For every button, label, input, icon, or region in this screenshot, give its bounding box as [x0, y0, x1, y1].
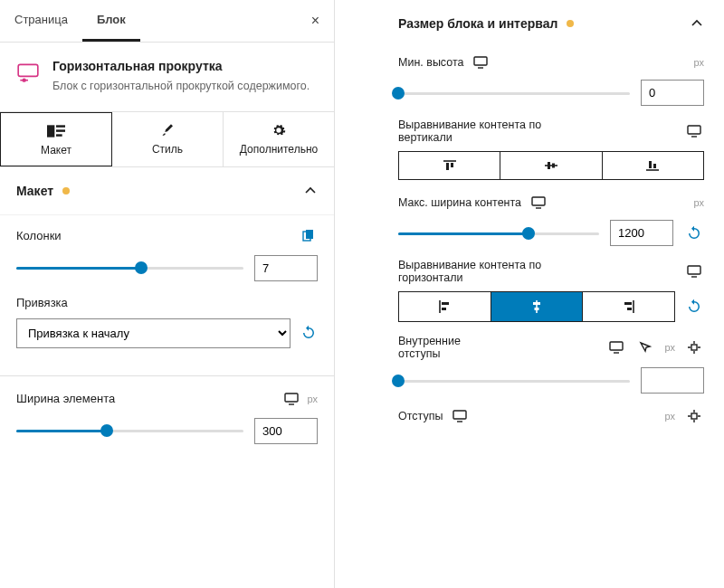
unit-px[interactable]: px [693, 57, 704, 68]
valign-label: Выравнивание контента по вертикали [398, 119, 579, 144]
padding-slider[interactable] [398, 372, 630, 390]
svg-rect-26 [691, 345, 697, 350]
svg-rect-27 [453, 411, 466, 419]
item-width-slider[interactable] [16, 422, 243, 440]
close-icon[interactable]: × [297, 0, 334, 42]
mode-tab-layout[interactable]: Макет [0, 112, 112, 166]
reset-icon[interactable] [300, 323, 318, 343]
columns-slider[interactable] [16, 259, 243, 277]
section-layout-title: Макет [16, 184, 53, 198]
svg-rect-16 [653, 164, 656, 168]
sidebar-left: Страница Блок × Горизонтальная прокрутка… [0, 0, 335, 588]
desktop-icon[interactable] [606, 337, 626, 357]
svg-rect-15 [649, 161, 652, 168]
binding-field: Привязка Привязка к началу [0, 296, 334, 363]
mode-tab-layout-label: Макет [41, 144, 71, 156]
desktop-icon[interactable] [281, 389, 301, 409]
reset-icon[interactable] [684, 297, 704, 317]
desktop-icon[interactable] [529, 193, 548, 213]
reset-icon[interactable] [684, 223, 704, 243]
columns-field: Колонки [0, 215, 334, 296]
binding-label: Привязка [16, 296, 318, 309]
copy-icon[interactable] [298, 226, 318, 246]
modified-dot-icon [567, 20, 574, 27]
desktop-icon[interactable] [684, 261, 704, 281]
min-height-input[interactable] [641, 80, 704, 106]
item-width-field: Ширина элемента px [0, 389, 334, 459]
halign-button-group [398, 291, 675, 322]
section-size-title: Размер блока и интервал [398, 16, 557, 31]
columns-label: Колонки [16, 229, 298, 242]
max-width-label: Макс. ширина контента [398, 196, 521, 209]
unit-px[interactable]: px [664, 411, 675, 422]
unit-px[interactable]: px [664, 342, 675, 353]
item-width-label: Ширина элемента [16, 392, 281, 405]
svg-rect-25 [610, 342, 623, 350]
svg-rect-20 [442, 308, 446, 310]
svg-rect-8 [285, 394, 298, 402]
divider [0, 375, 334, 376]
svg-rect-23 [624, 302, 632, 305]
svg-rect-9 [474, 57, 487, 65]
modified-dot-icon [62, 187, 70, 194]
mode-tab-style-label: Стиль [152, 143, 183, 156]
unlink-sides-icon[interactable] [684, 337, 704, 357]
sidebar-tabs: Страница Блок × [0, 0, 334, 43]
min-height-label: Мин. высота [398, 56, 463, 69]
align-bottom-button[interactable] [603, 152, 703, 179]
unit-px[interactable]: px [307, 394, 318, 404]
svg-rect-7 [306, 230, 313, 239]
section-layout-header[interactable]: Макет [0, 167, 334, 215]
section-size-body: Мин. высота px Выравнивание контента по … [389, 43, 724, 426]
binding-select[interactable]: Привязка к началу [16, 318, 291, 348]
unit-px[interactable]: px [693, 197, 704, 208]
svg-rect-24 [627, 308, 632, 310]
min-height-slider[interactable] [398, 84, 630, 102]
brush-icon [158, 123, 176, 138]
chevron-up-icon [303, 184, 318, 198]
columns-input[interactable] [254, 255, 318, 281]
section-size-header[interactable]: Размер блока и интервал [389, 11, 724, 43]
align-top-button[interactable] [399, 152, 500, 179]
svg-rect-12 [451, 163, 453, 167]
desktop-icon[interactable] [450, 406, 470, 426]
max-width-input[interactable] [610, 220, 673, 246]
svg-rect-13 [548, 162, 550, 169]
svg-rect-3 [56, 125, 65, 128]
gear-icon [270, 123, 288, 138]
desktop-icon[interactable] [684, 121, 704, 141]
svg-rect-22 [535, 308, 539, 310]
mode-tabs: Макет Стиль Дополнительно [0, 112, 334, 167]
halign-label: Выравнивание контента по горизонтали [398, 259, 579, 284]
tab-page[interactable]: Страница [0, 0, 82, 42]
svg-rect-21 [533, 302, 540, 305]
unlink-sides-icon[interactable] [684, 406, 704, 426]
chevron-up-icon [690, 16, 704, 31]
align-left-button[interactable] [399, 292, 491, 321]
svg-rect-19 [442, 302, 449, 305]
svg-rect-17 [532, 197, 545, 205]
align-center-button[interactable] [491, 292, 584, 321]
block-title: Горизонтальная прокрутка [52, 59, 310, 73]
svg-rect-11 [446, 163, 449, 170]
align-right-button[interactable] [583, 292, 674, 321]
max-width-slider[interactable] [398, 224, 599, 242]
svg-rect-28 [691, 413, 697, 419]
margin-label: Отступы [398, 410, 443, 422]
padding-input[interactable] [641, 367, 704, 394]
desktop-icon[interactable] [471, 52, 491, 72]
svg-rect-10 [688, 126, 700, 134]
svg-rect-5 [56, 134, 62, 137]
layout-icon [47, 124, 65, 138]
svg-rect-2 [47, 125, 54, 137]
item-width-input[interactable] [254, 418, 318, 444]
align-middle-button[interactable] [500, 152, 602, 179]
horizontal-scroll-icon [16, 61, 40, 84]
mode-tab-style[interactable]: Стиль [112, 112, 224, 166]
block-description: Блок с горизонтальной прокруткой содержи… [52, 79, 310, 95]
svg-rect-18 [688, 266, 700, 274]
cursor-icon[interactable] [635, 337, 655, 357]
tab-block[interactable]: Блок [82, 0, 140, 42]
svg-rect-0 [18, 64, 38, 76]
mode-tab-advanced[interactable]: Дополнительно [224, 112, 334, 166]
